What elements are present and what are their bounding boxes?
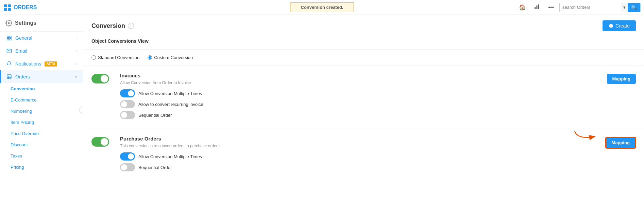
search-input[interactable] — [560, 3, 621, 12]
search-go-button[interactable]: 🔍 — [628, 3, 640, 12]
po-allow-multiple-toggle[interactable] — [120, 152, 135, 161]
po-section-toggle-col — [91, 136, 112, 147]
submenu-item-ecommerce[interactable]: E-Commerce — [0, 94, 83, 106]
invoices-allow-multiple-row: Allow Conversion Multiple Times — [120, 89, 587, 97]
search-wrap: ▾ 🔍 — [559, 3, 641, 12]
invoices-recurring-label: Allow to convert recurring invoice — [138, 102, 203, 107]
invoices-recurring-toggle[interactable] — [120, 100, 135, 108]
po-sequential-slider — [120, 163, 135, 171]
svg-rect-13 — [7, 75, 11, 79]
email-icon — [6, 48, 12, 54]
po-mapping-button[interactable]: Mapping — [606, 137, 636, 148]
submenu-price-override-label: Price Override — [11, 131, 39, 136]
general-chevron: › — [76, 36, 78, 40]
po-title: Purchase Orders — [120, 136, 587, 142]
svg-rect-0 — [4, 4, 7, 7]
svg-rect-5 — [537, 5, 538, 9]
radio-custom-input[interactable] — [148, 55, 152, 60]
submenu-item-pricing[interactable]: Pricing — [0, 162, 83, 173]
sidebar-item-email-label: Email — [15, 48, 27, 54]
content-area: Conversion i Create Object Conversions V… — [83, 15, 644, 205]
sidebar-item-general-label: General — [15, 35, 32, 41]
sidebar-item-orders-label: Orders — [15, 74, 30, 79]
po-desc: This conversion is to convert orders to … — [120, 144, 587, 148]
radio-custom-label: Custom Conversion — [154, 55, 193, 60]
invoices-section: Invoices Allow Conversion from Order to … — [83, 66, 644, 129]
po-section-toggle-slider — [91, 137, 109, 147]
purchase-orders-section: Purchase Orders This conversion is to co… — [83, 129, 644, 181]
object-conversions-subtitle: Object Conversions View — [83, 34, 644, 50]
sidebar-item-orders[interactable]: Orders ∨ — [0, 70, 83, 83]
radio-custom[interactable]: Custom Conversion — [148, 55, 193, 60]
invoices-allow-multiple-toggle[interactable] — [120, 89, 135, 97]
orders-chevron: ∨ — [75, 75, 78, 79]
invoices-sequential-slider — [120, 111, 135, 119]
po-section-toggle[interactable] — [91, 137, 109, 147]
top-bar: ORDERS Conversion created. 🏠 ••• ▾ 🔍 — [0, 0, 644, 15]
sidebar-item-email[interactable]: Email › — [0, 44, 83, 57]
radio-group: Standard Conversion Custom Conversion — [83, 50, 644, 66]
sidebar-header: Settings — [0, 15, 83, 31]
svg-rect-2 — [4, 8, 7, 11]
invoices-recurring-slider — [120, 100, 135, 108]
po-sequential-row: Sequential Order — [120, 163, 587, 171]
orders-icon — [6, 74, 12, 79]
invoices-section-toggle-slider — [91, 74, 109, 83]
create-button[interactable]: Create — [603, 20, 636, 31]
notification-banner-wrap: Conversion created. — [290, 2, 354, 12]
settings-icon — [5, 20, 12, 26]
app-logo: ORDERS — [3, 3, 71, 12]
notification-banner: Conversion created. — [290, 2, 354, 12]
chart-button[interactable] — [531, 2, 543, 13]
invoices-section-body: Invoices Allow Conversion from Order to … — [120, 73, 587, 122]
invoices-allow-multiple-label: Allow Conversion Multiple Times — [138, 91, 202, 96]
radio-standard-label: Standard Conversion — [98, 55, 139, 60]
po-sequential-toggle[interactable] — [120, 163, 135, 171]
more-icon: ••• — [548, 4, 554, 10]
more-button[interactable]: ••• — [545, 3, 557, 12]
create-label: Create — [615, 23, 630, 29]
invoices-sequential-label: Sequential Order — [138, 113, 172, 118]
submenu-item-pricing-label: Item Pricing — [11, 120, 34, 125]
invoices-recurring-row: Allow to convert recurring invoice — [120, 100, 587, 108]
search-dropdown-button[interactable]: ▾ — [621, 3, 628, 12]
invoices-section-toggle[interactable] — [91, 74, 109, 83]
invoices-sequential-row: Sequential Order — [120, 111, 587, 119]
main-layout: Settings General › Email › — [0, 15, 644, 205]
sidebar-item-general[interactable]: General › — [0, 32, 83, 44]
svg-rect-10 — [7, 38, 9, 40]
submenu-taxes-label: Taxes — [11, 153, 22, 159]
app-title: ORDERS — [14, 4, 37, 11]
chart-icon — [534, 4, 540, 10]
po-mapping-col: Mapping — [595, 136, 636, 148]
submenu-item-numbering[interactable]: Numbering — [0, 106, 83, 117]
create-icon — [609, 23, 613, 28]
po-sequential-label: Sequential Order — [138, 165, 172, 170]
info-icon[interactable]: i — [128, 23, 134, 29]
submenu-conversion-label: Conversion — [11, 86, 35, 91]
sidebar-item-notifications-label: Notifications — [15, 61, 41, 67]
submenu-item-conversion[interactable]: Conversion — [0, 83, 83, 94]
home-button[interactable]: 🏠 — [516, 3, 528, 12]
svg-rect-4 — [535, 7, 536, 9]
top-bar-right: 🏠 ••• ▾ 🔍 — [516, 2, 641, 13]
po-allow-multiple-label: Allow Conversion Multiple Times — [138, 154, 202, 159]
general-icon — [6, 35, 12, 41]
invoices-sequential-toggle[interactable] — [120, 111, 135, 119]
radio-standard-input[interactable] — [91, 55, 96, 60]
notifications-chevron: › — [76, 62, 78, 66]
submenu-item-discount[interactable]: Discount — [0, 139, 83, 150]
svg-rect-3 — [8, 8, 11, 11]
sidebar-header-title: Settings — [15, 20, 36, 26]
content-header: Conversion i Create — [83, 15, 644, 34]
app-logo-icon — [3, 3, 12, 12]
submenu-item-taxes[interactable]: Taxes — [0, 150, 83, 162]
invoices-mapping-button[interactable]: Mapping — [607, 74, 636, 84]
submenu-item-price-override[interactable]: Price Override — [0, 128, 83, 139]
invoices-title: Invoices — [120, 73, 587, 78]
po-section-body: Purchase Orders This conversion is to co… — [120, 136, 587, 174]
sidebar-item-notifications[interactable]: Notifications BETA › — [0, 57, 83, 70]
submenu-item-item-pricing[interactable]: Item Pricing — [0, 117, 83, 128]
radio-standard[interactable]: Standard Conversion — [91, 55, 139, 60]
page-title: Conversion — [91, 22, 125, 30]
